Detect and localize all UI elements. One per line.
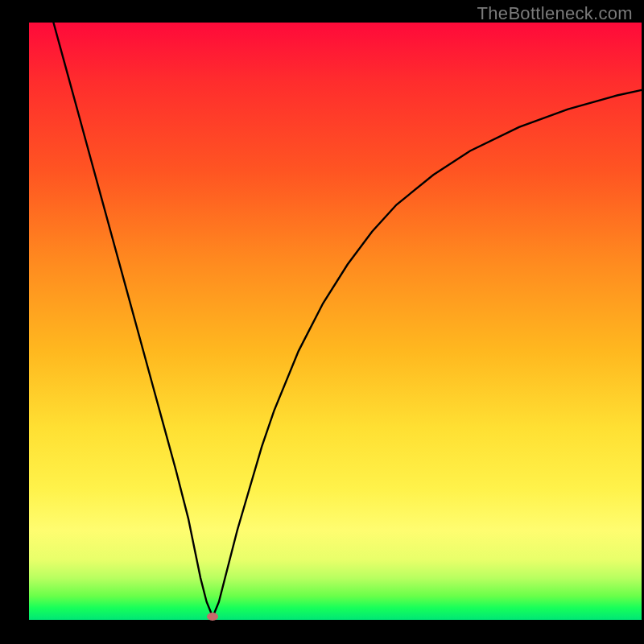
watermark-text: TheBottleneck.com (477, 3, 633, 24)
bottleneck-curve (0, 0, 644, 644)
optimal-point-marker (207, 613, 218, 621)
chart-frame: TheBottleneck.com (0, 0, 644, 644)
